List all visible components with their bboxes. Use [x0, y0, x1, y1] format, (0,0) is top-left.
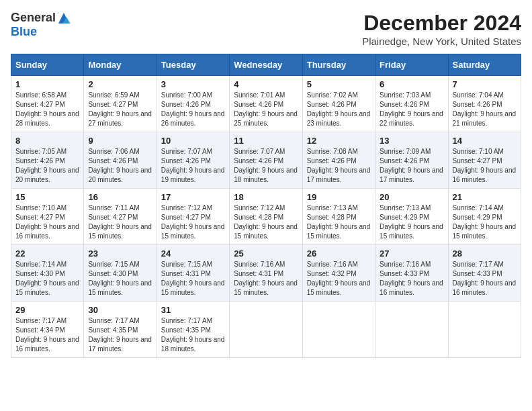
- calendar-cell: 23Sunrise: 7:15 AMSunset: 4:30 PMDayligh…: [84, 245, 157, 302]
- day-number: 6: [380, 79, 443, 89]
- day-number: 20: [380, 192, 443, 202]
- calendar-cell: 24Sunrise: 7:15 AMSunset: 4:31 PMDayligh…: [157, 245, 229, 302]
- calendar-cell: 7Sunrise: 7:04 AMSunset: 4:26 PMDaylight…: [448, 76, 521, 132]
- calendar-cell: 1Sunrise: 6:58 AMSunset: 4:27 PMDaylight…: [11, 76, 84, 132]
- day-number: 26: [307, 248, 371, 259]
- calendar-cell: 12Sunrise: 7:08 AMSunset: 4:26 PMDayligh…: [302, 132, 375, 189]
- day-number: 12: [307, 136, 371, 146]
- day-info: Sunrise: 7:17 AMSunset: 4:35 PMDaylight:…: [161, 316, 225, 354]
- day-number: 7: [453, 79, 517, 89]
- calendar-cell: 18Sunrise: 7:12 AMSunset: 4:28 PMDayligh…: [230, 189, 302, 245]
- header: General Blue December 2024 Plainedge, Ne…: [11, 11, 521, 47]
- calendar-cell: 30Sunrise: 7:17 AMSunset: 4:35 PMDayligh…: [84, 302, 157, 358]
- day-number: 24: [161, 248, 225, 259]
- calendar-cell: 10Sunrise: 7:07 AMSunset: 4:26 PMDayligh…: [157, 132, 229, 189]
- day-info: Sunrise: 7:02 AMSunset: 4:26 PMDaylight:…: [307, 91, 371, 128]
- day-number: 23: [88, 248, 152, 259]
- calendar-cell: [448, 302, 521, 358]
- calendar-cell: 2Sunrise: 6:59 AMSunset: 4:27 PMDaylight…: [84, 76, 157, 132]
- day-number: 22: [15, 248, 79, 259]
- day-info: Sunrise: 7:12 AMSunset: 4:28 PMDaylight:…: [234, 203, 298, 241]
- day-number: 3: [161, 79, 225, 89]
- day-number: 1: [15, 79, 79, 89]
- day-info: Sunrise: 7:16 AMSunset: 4:31 PMDaylight:…: [234, 260, 298, 298]
- calendar-cell: 9Sunrise: 7:06 AMSunset: 4:26 PMDaylight…: [84, 132, 157, 189]
- calendar-cell: [302, 302, 375, 358]
- main-title: December 2024: [362, 11, 521, 36]
- day-number: 11: [234, 136, 298, 146]
- day-info: Sunrise: 7:10 AMSunset: 4:27 PMDaylight:…: [453, 147, 517, 185]
- day-info: Sunrise: 6:58 AMSunset: 4:27 PMDaylight:…: [15, 91, 79, 128]
- day-info: Sunrise: 7:03 AMSunset: 4:26 PMDaylight:…: [380, 91, 443, 128]
- day-number: 4: [234, 79, 298, 89]
- calendar-day-header: Tuesday: [157, 54, 229, 76]
- day-info: Sunrise: 7:15 AMSunset: 4:31 PMDaylight:…: [161, 260, 225, 298]
- calendar-day-header: Monday: [84, 54, 157, 76]
- calendar-cell: 17Sunrise: 7:12 AMSunset: 4:27 PMDayligh…: [157, 189, 229, 245]
- title-section: December 2024 Plainedge, New York, Unite…: [362, 11, 521, 47]
- day-info: Sunrise: 7:08 AMSunset: 4:26 PMDaylight:…: [307, 147, 371, 185]
- day-number: 14: [453, 136, 517, 146]
- logo-icon: [57, 11, 71, 25]
- day-number: 27: [380, 248, 443, 259]
- calendar-week-row: 1Sunrise: 6:58 AMSunset: 4:27 PMDaylight…: [11, 76, 521, 132]
- calendar-cell: [375, 302, 448, 358]
- logo: General Blue: [11, 11, 71, 39]
- calendar-cell: 15Sunrise: 7:10 AMSunset: 4:27 PMDayligh…: [11, 189, 84, 245]
- day-number: 15: [15, 192, 79, 202]
- calendar-cell: 6Sunrise: 7:03 AMSunset: 4:26 PMDaylight…: [375, 76, 448, 132]
- day-number: 5: [307, 79, 371, 89]
- day-info: Sunrise: 7:13 AMSunset: 4:28 PMDaylight:…: [307, 203, 371, 241]
- calendar-cell: 28Sunrise: 7:17 AMSunset: 4:33 PMDayligh…: [448, 245, 521, 302]
- day-info: Sunrise: 7:12 AMSunset: 4:27 PMDaylight:…: [161, 203, 225, 241]
- calendar-cell: [230, 302, 302, 358]
- day-number: 25: [234, 248, 298, 259]
- day-info: Sunrise: 7:07 AMSunset: 4:26 PMDaylight:…: [234, 147, 298, 185]
- calendar-cell: 22Sunrise: 7:14 AMSunset: 4:30 PMDayligh…: [11, 245, 84, 302]
- calendar-day-header: Thursday: [302, 54, 375, 76]
- calendar-cell: 26Sunrise: 7:16 AMSunset: 4:32 PMDayligh…: [302, 245, 375, 302]
- calendar-cell: 4Sunrise: 7:01 AMSunset: 4:26 PMDaylight…: [230, 76, 302, 132]
- day-number: 19: [307, 192, 371, 202]
- calendar-day-header: Wednesday: [230, 54, 302, 76]
- day-info: Sunrise: 7:06 AMSunset: 4:26 PMDaylight:…: [88, 147, 152, 185]
- logo-general-text: General: [11, 11, 56, 25]
- calendar-cell: 8Sunrise: 7:05 AMSunset: 4:26 PMDaylight…: [11, 132, 84, 189]
- calendar-cell: 27Sunrise: 7:16 AMSunset: 4:33 PMDayligh…: [375, 245, 448, 302]
- calendar-cell: 21Sunrise: 7:14 AMSunset: 4:29 PMDayligh…: [448, 189, 521, 245]
- day-number: 9: [88, 136, 152, 146]
- day-number: 28: [453, 248, 517, 259]
- subtitle: Plainedge, New York, United States: [362, 36, 521, 47]
- day-info: Sunrise: 7:17 AMSunset: 4:34 PMDaylight:…: [15, 316, 79, 354]
- calendar-week-row: 15Sunrise: 7:10 AMSunset: 4:27 PMDayligh…: [11, 189, 521, 245]
- calendar-cell: 25Sunrise: 7:16 AMSunset: 4:31 PMDayligh…: [230, 245, 302, 302]
- calendar-cell: 11Sunrise: 7:07 AMSunset: 4:26 PMDayligh…: [230, 132, 302, 189]
- calendar-cell: 13Sunrise: 7:09 AMSunset: 4:26 PMDayligh…: [375, 132, 448, 189]
- calendar-cell: 3Sunrise: 7:00 AMSunset: 4:26 PMDaylight…: [157, 76, 229, 132]
- day-number: 16: [88, 192, 152, 202]
- day-info: Sunrise: 7:16 AMSunset: 4:33 PMDaylight:…: [380, 260, 443, 298]
- day-info: Sunrise: 7:00 AMSunset: 4:26 PMDaylight:…: [161, 91, 225, 128]
- day-info: Sunrise: 7:15 AMSunset: 4:30 PMDaylight:…: [88, 260, 152, 298]
- day-number: 13: [380, 136, 443, 146]
- day-info: Sunrise: 7:11 AMSunset: 4:27 PMDaylight:…: [88, 203, 152, 241]
- day-info: Sunrise: 7:16 AMSunset: 4:32 PMDaylight:…: [307, 260, 371, 298]
- day-info: Sunrise: 7:01 AMSunset: 4:26 PMDaylight:…: [234, 91, 298, 128]
- day-info: Sunrise: 7:14 AMSunset: 4:30 PMDaylight:…: [15, 260, 79, 298]
- day-info: Sunrise: 7:04 AMSunset: 4:26 PMDaylight:…: [453, 91, 517, 128]
- day-info: Sunrise: 7:17 AMSunset: 4:35 PMDaylight:…: [88, 316, 152, 354]
- calendar-week-row: 29Sunrise: 7:17 AMSunset: 4:34 PMDayligh…: [11, 302, 521, 358]
- calendar-cell: 29Sunrise: 7:17 AMSunset: 4:34 PMDayligh…: [11, 302, 84, 358]
- day-info: Sunrise: 7:10 AMSunset: 4:27 PMDaylight:…: [15, 203, 79, 241]
- calendar-cell: 31Sunrise: 7:17 AMSunset: 4:35 PMDayligh…: [157, 302, 229, 358]
- day-info: Sunrise: 6:59 AMSunset: 4:27 PMDaylight:…: [88, 91, 152, 128]
- calendar-table: SundayMondayTuesdayWednesdayThursdayFrid…: [11, 54, 521, 358]
- calendar-day-header: Friday: [375, 54, 448, 76]
- day-info: Sunrise: 7:07 AMSunset: 4:26 PMDaylight:…: [161, 147, 225, 185]
- calendar-day-header: Sunday: [11, 54, 84, 76]
- day-number: 29: [15, 305, 79, 315]
- logo-blue-text: Blue: [11, 25, 37, 39]
- calendar-cell: 20Sunrise: 7:13 AMSunset: 4:29 PMDayligh…: [375, 189, 448, 245]
- calendar-day-header: Saturday: [448, 54, 521, 76]
- calendar-cell: 19Sunrise: 7:13 AMSunset: 4:28 PMDayligh…: [302, 189, 375, 245]
